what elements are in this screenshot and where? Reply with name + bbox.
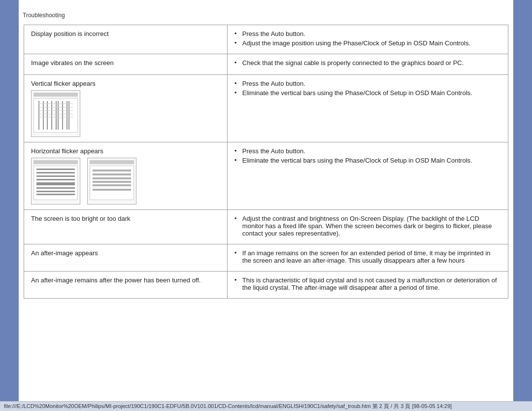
status-bar: file:///E:/LCD%20Monitor%20OEM/Philips/M…: [0, 401, 532, 411]
solution-cell-4: Adjust the contrast and brightness on On…: [227, 210, 508, 244]
solution-item-2-0: Press the Auto button.: [234, 80, 501, 87]
problem-images-3: [31, 158, 220, 205]
problem-title-0: Display position is incorrect: [31, 30, 220, 37]
problem-cell-2: Vertical flicker appears: [24, 75, 228, 142]
problem-cell-5: An after-image appears: [24, 244, 228, 272]
solution-item-6-0: This is characteristic of liquid crystal…: [234, 276, 501, 291]
solution-item-3-0: Press the Auto button.: [234, 147, 501, 155]
problem-title-4: The screen is too bright or too dark: [31, 215, 220, 222]
solution-item-0-0: Press the Auto button.: [234, 30, 501, 37]
solution-item-1-0: Check that the signal cable is properly …: [234, 59, 501, 67]
page-title: Troubleshooting: [19, 12, 513, 19]
solution-list-6: This is characteristic of liquid crystal…: [234, 276, 501, 291]
solution-list-0: Press the Auto button.Adjust the image p…: [234, 30, 501, 47]
main-content: Troubleshooting Display position is inco…: [19, 0, 513, 401]
solution-cell-1: Check that the signal cable is properly …: [227, 54, 508, 75]
problem-cell-6: An after-image remains after the power h…: [24, 272, 228, 299]
solution-list-1: Check that the signal cable is properly …: [234, 59, 501, 67]
solution-list-2: Press the Auto button.Eliminate the vert…: [234, 80, 501, 97]
right-panel: [513, 0, 532, 401]
solution-item-2-1: Eliminate the vertical bars using the Ph…: [234, 89, 501, 97]
solution-item-3-1: Eliminate the vertical bars using the Ph…: [234, 157, 501, 164]
solution-item-0-1: Adjust the image position using the Phas…: [234, 39, 501, 47]
problem-cell-3: Horizontal flicker appears: [24, 142, 228, 210]
status-text: file:///E:/LCD%20Monitor%20OEM/Philips/M…: [4, 403, 452, 410]
problem-title-6: An after-image remains after the power h…: [31, 276, 220, 284]
problem-title-1: Image vibrates on the screen: [31, 59, 220, 67]
solution-list-3: Press the Auto button.Eliminate the vert…: [234, 147, 501, 164]
content-area: Display position is incorrectPress the A…: [19, 25, 513, 299]
solution-list-4: Adjust the contrast and brightness on On…: [234, 215, 501, 237]
solution-list-5: If an image remains on the screen for an…: [234, 249, 501, 264]
solution-cell-5: If an image remains on the screen for an…: [227, 244, 508, 272]
problem-cell-4: The screen is too bright or too dark: [24, 210, 228, 244]
horizontal-flicker-image-0: [31, 158, 80, 205]
problem-images-2: [31, 90, 220, 137]
vertical-flicker-image: [31, 90, 80, 137]
solution-item-4-0: Adjust the contrast and brightness on On…: [234, 215, 501, 237]
problem-title-5: An after-image appears: [31, 249, 220, 257]
solution-cell-6: This is characteristic of liquid crystal…: [227, 272, 508, 299]
problem-cell-0: Display position is incorrect: [24, 25, 228, 54]
troubleshoot-table: Display position is incorrectPress the A…: [24, 25, 508, 299]
horizontal-flicker-image-1: [87, 158, 136, 205]
solution-cell-3: Press the Auto button.Eliminate the vert…: [227, 142, 508, 210]
problem-title-2: Vertical flicker appears: [31, 80, 220, 87]
solution-cell-2: Press the Auto button.Eliminate the vert…: [227, 75, 508, 142]
solution-cell-0: Press the Auto button.Adjust the image p…: [227, 25, 508, 54]
left-panel: [0, 0, 19, 401]
problem-title-3: Horizontal flicker appears: [31, 147, 220, 155]
problem-cell-1: Image vibrates on the screen: [24, 54, 228, 75]
solution-item-5-0: If an image remains on the screen for an…: [234, 249, 501, 264]
